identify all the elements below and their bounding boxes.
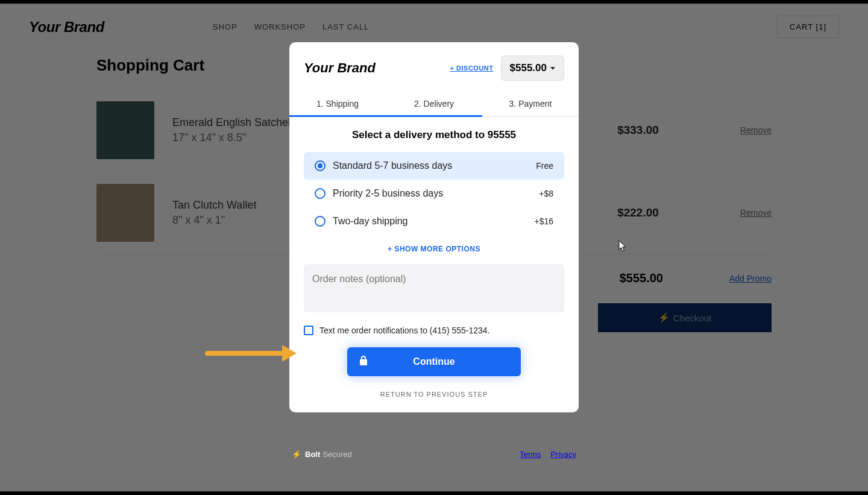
privacy-link[interactable]: Privacy (550, 450, 576, 459)
option-label: Standard 5-7 business days (333, 160, 452, 171)
delivery-option-priority[interactable]: Priority 2-5 business days +$8 (304, 180, 564, 207)
delivery-option-standard[interactable]: Standard 5-7 business days Free (304, 152, 564, 180)
bolt-icon: ⚡ (292, 450, 301, 459)
sms-optin-row[interactable]: Text me order notifications to (415) 555… (304, 326, 564, 335)
modal-body: Select a delivery method to 95555 Standa… (289, 117, 579, 412)
option-price: +$8 (539, 189, 553, 198)
tab-payment[interactable]: 3. Payment (482, 92, 579, 116)
option-label: Two-day shipping (333, 216, 408, 227)
delivery-title: Select a delivery method to 95555 (304, 129, 564, 141)
discount-link[interactable]: + DISCOUNT (450, 65, 494, 72)
bolt-brand: Bolt (305, 450, 320, 459)
radio-unselected-icon (315, 188, 326, 199)
bolt-secured-label: Secured (322, 450, 351, 459)
continue-label: Continue (413, 356, 454, 367)
return-previous-step[interactable]: RETURN TO PREVIOUS STEP (304, 391, 564, 398)
radio-selected-icon (315, 160, 326, 171)
modal-footer: ⚡ Bolt Secured Terms Privacy (289, 450, 579, 459)
modal-header: Your Brand + DISCOUNT $555.00 (289, 42, 579, 81)
order-total-dropdown[interactable]: $555.00 (501, 55, 564, 81)
order-notes-input[interactable] (304, 264, 564, 312)
checkbox-unchecked-icon[interactable] (304, 326, 313, 335)
tab-shipping[interactable]: 1. Shipping (289, 92, 386, 116)
modal-brand: Your Brand (304, 60, 376, 76)
checkout-modal: Your Brand + DISCOUNT $555.00 1. Shippin… (289, 42, 579, 412)
show-more-options[interactable]: + SHOW MORE OPTIONS (304, 245, 564, 253)
annotation-arrow-icon (205, 345, 297, 362)
chevron-down-icon (550, 67, 555, 70)
continue-button[interactable]: Continue (347, 347, 521, 376)
option-price: Free (536, 161, 553, 171)
tab-delivery[interactable]: 2. Delivery (386, 92, 482, 116)
delivery-option-twoday[interactable]: Two-day shipping +$16 (304, 207, 564, 235)
option-label: Priority 2-5 business days (333, 188, 443, 199)
cursor-icon (618, 240, 627, 252)
sms-optin-label: Text me order notifications to (415) 555… (319, 326, 490, 335)
footer-links: Terms Privacy (520, 450, 576, 459)
order-total-value: $555.00 (510, 62, 547, 74)
checkout-tabs: 1. Shipping 2. Delivery 3. Payment (289, 92, 579, 117)
lock-icon (359, 356, 368, 368)
terms-link[interactable]: Terms (520, 450, 541, 459)
option-price: +$16 (534, 216, 553, 226)
radio-unselected-icon (315, 216, 326, 227)
